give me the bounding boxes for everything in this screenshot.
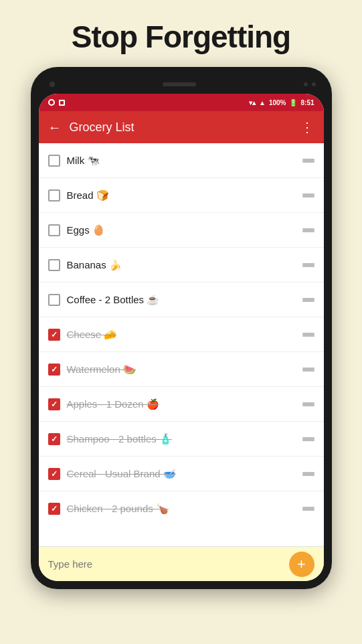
drag-handle[interactable] bbox=[302, 159, 314, 163]
item-label: Watermelon 🍉 bbox=[67, 364, 296, 376]
checkbox[interactable] bbox=[48, 433, 60, 445]
phone-notch-area bbox=[39, 75, 324, 94]
item-label: Eggs 🥚 bbox=[67, 224, 296, 236]
item-label: Cereal - Usual Brand 🥣 bbox=[67, 468, 296, 480]
app-bar: ← Grocery List ⋮ bbox=[39, 111, 324, 143]
circle-icon bbox=[48, 99, 55, 106]
item-label: Apples - 1 Dozen 🍎 bbox=[67, 398, 296, 410]
checkbox[interactable] bbox=[48, 398, 60, 410]
add-item-button[interactable]: + bbox=[289, 552, 314, 577]
list-item: Apples - 1 Dozen 🍎 bbox=[39, 387, 324, 422]
checkbox[interactable] bbox=[48, 259, 60, 271]
phone-sensors bbox=[304, 82, 316, 86]
list-item: Chicken - 2 pounds 🍗 bbox=[39, 491, 324, 526]
battery-icon: 🔋 bbox=[289, 99, 297, 106]
time-text: 8:51 bbox=[300, 99, 314, 106]
battery-text: 100% bbox=[269, 99, 286, 106]
app-bar-title: Grocery List bbox=[70, 120, 292, 135]
checkbox[interactable] bbox=[48, 503, 60, 515]
checkbox[interactable] bbox=[48, 294, 60, 306]
drag-handle[interactable] bbox=[302, 228, 314, 232]
list-item: Watermelon 🍉 bbox=[39, 352, 324, 387]
list-item: Shampoo - 2 bottles 🧴 bbox=[39, 422, 324, 457]
item-label: Coffee - 2 Bottles ☕ bbox=[67, 294, 296, 306]
phone-camera bbox=[50, 82, 55, 87]
drag-handle[interactable] bbox=[302, 193, 314, 197]
drag-handle[interactable] bbox=[302, 437, 314, 441]
item-label: Cheese 🧀 bbox=[67, 329, 296, 341]
checkbox[interactable] bbox=[48, 468, 60, 480]
wifi-icon: ▾▴ bbox=[249, 99, 256, 106]
drag-handle[interactable] bbox=[302, 333, 314, 337]
page-title: Stop Forgetting bbox=[58, 0, 304, 67]
drag-handle[interactable] bbox=[302, 298, 314, 302]
item-label: Bananas 🍌 bbox=[67, 259, 296, 271]
more-menu-button[interactable]: ⋮ bbox=[300, 119, 314, 135]
item-label: Shampoo - 2 bottles 🧴 bbox=[67, 433, 296, 445]
plus-icon: + bbox=[297, 557, 306, 572]
list-item: Bread 🍞 bbox=[39, 178, 324, 213]
drag-handle[interactable] bbox=[302, 472, 314, 476]
drag-handle[interactable] bbox=[302, 507, 314, 511]
square-icon bbox=[59, 100, 65, 106]
list-item: Milk 🐄 bbox=[39, 143, 324, 178]
phone-screen: ▾▴ ▲ 100% 🔋 8:51 ← Grocery List ⋮ Milk 🐄… bbox=[39, 94, 324, 581]
signal-icon: ▲ bbox=[259, 99, 266, 106]
phone-speaker bbox=[163, 82, 196, 86]
drag-handle[interactable] bbox=[302, 368, 314, 372]
list-item: Cereal - Usual Brand 🥣 bbox=[39, 457, 324, 491]
item-label: Milk 🐄 bbox=[67, 155, 296, 167]
status-bar: ▾▴ ▲ 100% 🔋 8:51 bbox=[39, 94, 324, 111]
checkbox[interactable] bbox=[48, 155, 60, 167]
checkbox[interactable] bbox=[48, 224, 60, 236]
list-item: Bananas 🍌 bbox=[39, 248, 324, 283]
grocery-list: Milk 🐄 Bread 🍞 Eggs 🥚 Bananas 🍌 Coffee -… bbox=[39, 143, 324, 546]
checkbox[interactable] bbox=[48, 364, 60, 376]
drag-handle[interactable] bbox=[302, 402, 314, 406]
phone-frame: ▾▴ ▲ 100% 🔋 8:51 ← Grocery List ⋮ Milk 🐄… bbox=[31, 67, 332, 589]
drag-handle[interactable] bbox=[302, 263, 314, 267]
list-item: Cheese 🧀 bbox=[39, 317, 324, 352]
input-bar: + bbox=[39, 546, 324, 581]
item-label: Chicken - 2 pounds 🍗 bbox=[67, 503, 296, 515]
checkbox[interactable] bbox=[48, 329, 60, 341]
item-label: Bread 🍞 bbox=[67, 189, 296, 202]
back-button[interactable]: ← bbox=[48, 120, 62, 135]
checkbox[interactable] bbox=[48, 189, 60, 202]
list-item: Eggs 🥚 bbox=[39, 213, 324, 248]
list-item: Coffee - 2 Bottles ☕ bbox=[39, 283, 324, 317]
new-item-input[interactable] bbox=[48, 558, 289, 570]
